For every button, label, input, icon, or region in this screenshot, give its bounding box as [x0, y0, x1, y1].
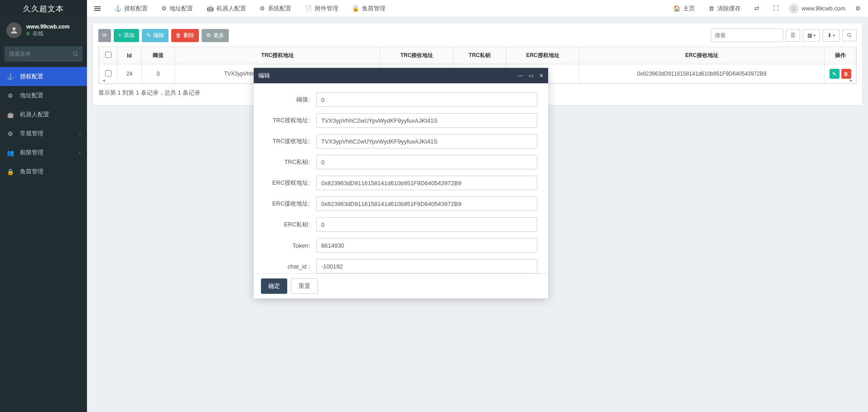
delete-button[interactable]: 🗑删除 [171, 29, 199, 42]
menu-item-robot-config[interactable]: 🤖机器人配置 [0, 105, 87, 124]
input-erc-auth[interactable] [316, 176, 537, 190]
grid-icon: ▦ [807, 32, 812, 38]
expand-icon: ⛶ [773, 5, 779, 12]
cogs-icon: ⚙ [855, 5, 861, 12]
modal-body: 阈值: TRC授权地址: TRC接收地址: TRC私钥: ERC授权地址: ER… [254, 83, 548, 273]
topnav-system-config[interactable]: ⚙系统配置 [256, 5, 295, 13]
topnav-auth-config[interactable]: ⚓授权配置 [111, 5, 151, 13]
input-threshold[interactable] [316, 92, 537, 107]
topnav-fish-manage[interactable]: 🔒鱼苗管理 [348, 5, 389, 13]
topnav-clear-cache[interactable]: 🗑清除缓存 [705, 5, 744, 13]
cell-threshold: 0 [142, 64, 175, 84]
anchor-icon: ⚓ [114, 5, 121, 12]
scroll-left-hint: ◄ [101, 78, 106, 83]
search-submit-button[interactable] [842, 29, 857, 41]
cell-id: 24 [117, 64, 142, 84]
topnav-lang[interactable]: ⇄ [751, 5, 763, 12]
svg-line-2 [77, 55, 78, 56]
more-button[interactable]: ⚙更多 [202, 29, 229, 42]
input-token[interactable] [316, 238, 537, 253]
lock-icon: 🔒 [6, 168, 14, 175]
th-threshold[interactable]: 阈值 [142, 47, 175, 64]
topnav-address-config[interactable]: ⚙地址配置 [158, 5, 197, 13]
row-delete-button[interactable]: 🗑 [841, 69, 851, 79]
toolbar: ⟳ +添加 ✎编辑 🗑删除 ⚙更多 ☰ ▦▾ ⬇▾ [98, 29, 857, 42]
th-trc-pk[interactable]: TRC私钥 [453, 47, 506, 64]
refresh-button[interactable]: ⟳ [98, 29, 111, 42]
select-all-checkbox[interactable] [105, 52, 111, 58]
user-avatar [6, 23, 22, 38]
modal-reset-button[interactable]: 重置 [291, 278, 318, 294]
topnav-user[interactable]: www.99cwb.com [789, 4, 845, 14]
trash-icon: 🗑 [844, 71, 849, 77]
th-trc-auth[interactable]: TRC授权地址 [175, 47, 381, 64]
input-erc-pk[interactable] [316, 217, 537, 232]
label-erc-pk: ERC私钥: [265, 220, 310, 229]
label-trc-recv: TRC接收地址: [265, 137, 310, 145]
edit-modal: 编辑 — ▭ ✕ 阈值: TRC授权地址: TRC接收地址: TRC私钥: ER… [254, 68, 548, 298]
menu-item-permission-manage[interactable]: 👥权限管理‹ [0, 143, 87, 162]
input-trc-auth[interactable] [316, 113, 537, 128]
add-button[interactable]: +添加 [114, 29, 139, 42]
topnav-fullscreen[interactable]: ⛶ [769, 5, 782, 12]
hamburger-toggle[interactable] [91, 6, 104, 11]
plus-icon: + [118, 32, 121, 38]
row-edit-button[interactable]: ✎ [829, 69, 839, 79]
refresh-icon: ⟳ [102, 32, 107, 38]
svg-point-0 [13, 27, 16, 30]
scroll-right-hint: ► [849, 78, 854, 83]
th-erc-recv[interactable]: ERC接收地址 [579, 47, 825, 64]
label-chat-id: chat_id : [265, 263, 310, 270]
columns-button[interactable]: ▦▾ [803, 29, 820, 42]
modal-maximize-button[interactable]: ▭ [529, 72, 534, 79]
user-status: 在线 [26, 30, 70, 38]
export-button[interactable]: ⬇▾ [823, 29, 839, 42]
modal-header[interactable]: 编辑 — ▭ ✕ [254, 68, 548, 83]
cog-icon: ⚙ [6, 92, 14, 99]
chevron-left-icon: ‹ [79, 131, 81, 136]
input-erc-recv[interactable] [316, 196, 537, 211]
menu-item-auth-config[interactable]: ⚓授权配置 [0, 67, 87, 86]
trash-icon: 🗑 [709, 5, 714, 12]
user-avatar-small [789, 4, 799, 14]
table-header-row: Id 阈值 TRC授权地址 TRC接收地址 TRC私钥 ERC授权地址 ERC接… [99, 47, 856, 64]
sidebar-search [5, 46, 82, 62]
topnav-home[interactable]: 🏠主页 [670, 5, 699, 13]
menu-item-general-manage[interactable]: ⚙常规管理‹ [0, 124, 87, 143]
caret-down-icon: ▾ [814, 34, 815, 38]
home-icon: 🏠 [673, 5, 680, 12]
caret-down-icon: ▾ [833, 34, 835, 38]
toggle-view-button[interactable]: ☰ [786, 29, 800, 42]
th-erc-auth[interactable]: ERC授权地址 [506, 47, 579, 64]
hamburger-icon [94, 6, 101, 11]
list-icon: ☰ [791, 32, 796, 38]
menu-item-fish-manage[interactable]: 🔒鱼苗管理 [0, 162, 87, 181]
th-ops[interactable]: 操作 [825, 47, 856, 64]
modal-minimize-button[interactable]: — [518, 72, 523, 79]
svg-line-5 [850, 36, 852, 38]
pencil-icon: ✎ [832, 71, 836, 77]
modal-footer: 确定 重置 [254, 273, 548, 298]
lock-icon: 🔒 [352, 5, 359, 12]
input-trc-pk[interactable] [316, 155, 537, 169]
label-erc-auth: ERC授权地址: [265, 179, 310, 187]
android-icon: 🤖 [6, 111, 14, 118]
label-trc-pk: TRC私钥: [265, 158, 310, 166]
input-chat-id[interactable] [316, 259, 537, 273]
online-dot-icon [26, 32, 30, 35]
menu-item-address-config[interactable]: ⚙地址配置 [0, 86, 87, 105]
user-name: www.99cwb.com [26, 24, 70, 30]
sidebar-search-button[interactable] [69, 46, 82, 62]
edit-button[interactable]: ✎编辑 [142, 29, 169, 42]
th-id[interactable]: Id [117, 47, 142, 64]
input-trc-recv[interactable] [316, 134, 537, 149]
modal-close-button[interactable]: ✕ [539, 72, 544, 79]
cog-icon: ⚙ [161, 5, 167, 12]
th-trc-recv[interactable]: TRC接收地址 [381, 47, 453, 64]
modal-ok-button[interactable]: 确定 [261, 278, 287, 294]
table-search-input[interactable] [711, 29, 783, 42]
topnav-settings[interactable]: ⚙ [852, 5, 864, 12]
topnav-attachment-manage[interactable]: 📄附件管理 [301, 5, 342, 13]
topnav-robot-config[interactable]: 🤖机器人配置 [203, 5, 250, 13]
row-checkbox[interactable] [105, 70, 111, 77]
